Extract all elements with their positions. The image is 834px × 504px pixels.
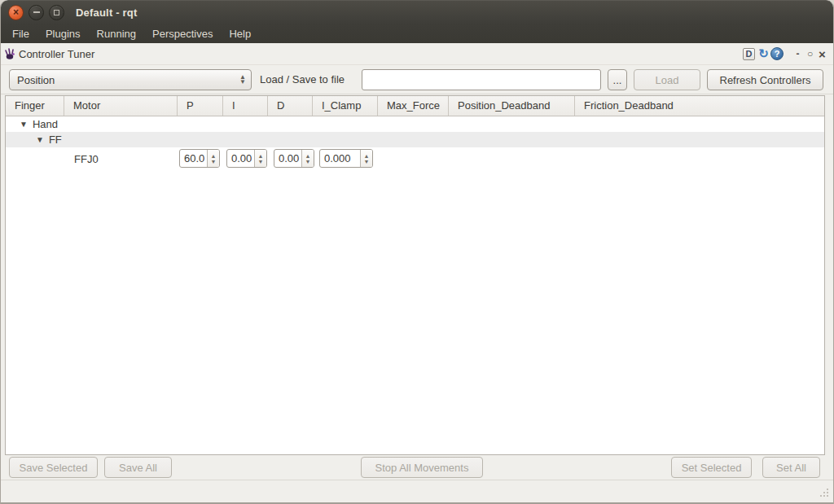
window-close-button[interactable]: ×	[8, 5, 24, 20]
reload-icon[interactable]: ↻	[757, 47, 770, 60]
i-clamp-spinbox[interactable]: 0.000 ▲ ▼	[319, 149, 373, 168]
motor-group-label: FF	[49, 134, 62, 146]
column-header-position-deadband[interactable]: Position_Deadband	[449, 96, 575, 116]
motor-name-label: FFJ0	[74, 152, 99, 164]
menu-item-help[interactable]: Help	[221, 24, 259, 44]
window-minimize-button[interactable]	[29, 5, 44, 20]
load-button[interactable]: Load	[634, 69, 700, 90]
column-header-motor[interactable]: Motor	[64, 96, 178, 116]
plugin-minimize-icon[interactable]: -	[792, 47, 804, 60]
spin-up-icon[interactable]: ▲	[211, 153, 217, 159]
spinner-arrows-icon[interactable]: ▲ ▼	[360, 150, 372, 167]
i-clamp-spinbox-value[interactable]: 0.000	[320, 150, 360, 167]
spinner-arrows-icon[interactable]: ▲ ▼	[254, 150, 266, 167]
table-body: ▼ Hand ▼ FF FFJ0 60.0 ▲ ▼	[6, 116, 824, 169]
save-selected-button[interactable]: Save Selected	[9, 457, 98, 478]
browse-button[interactable]: ...	[608, 69, 627, 90]
column-header-finger[interactable]: Finger	[6, 96, 64, 116]
menu-item-file[interactable]: File	[4, 24, 37, 44]
set-all-button[interactable]: Set All	[762, 457, 820, 478]
spin-down-icon[interactable]: ▼	[305, 159, 311, 164]
combo-arrows-icon: ▲ ▼	[239, 75, 246, 85]
window-maximize-button[interactable]	[49, 5, 64, 20]
plugin-titlebar[interactable]: Controller Tuner D ↻ ? - ○ ×	[1, 43, 833, 65]
combo-down-icon: ▼	[239, 80, 246, 85]
spin-down-icon[interactable]: ▼	[364, 159, 370, 164]
file-path-input[interactable]	[362, 69, 601, 90]
plugin-float-icon[interactable]: ○	[804, 47, 816, 60]
rqt-window: × Default - rqt File Plugins Running Per…	[0, 0, 834, 504]
column-header-i-clamp[interactable]: I_Clamp	[313, 96, 378, 116]
p-spinbox[interactable]: 60.0 ▲ ▼	[179, 149, 220, 168]
dock-icon[interactable]: D	[743, 48, 755, 60]
help-icon[interactable]: ?	[770, 47, 784, 60]
window-title: Default - rqt	[76, 7, 138, 19]
menu-item-running[interactable]: Running	[89, 24, 144, 44]
expander-icon[interactable]: ▼	[36, 136, 44, 144]
window-minimize-icon	[33, 11, 40, 13]
spin-down-icon[interactable]: ▼	[211, 159, 217, 164]
controller-tuner-panel: Controller Tuner D ↻ ? - ○ × Position ▲ …	[1, 43, 833, 504]
column-header-p[interactable]: P	[178, 96, 223, 116]
refresh-controllers-button[interactable]: Refresh Controllers	[707, 69, 823, 90]
window-maximize-icon	[54, 10, 59, 15]
save-all-button[interactable]: Save All	[104, 457, 172, 478]
spinner-arrows-icon[interactable]: ▲ ▼	[207, 150, 219, 167]
window-close-icon: ×	[13, 7, 19, 17]
status-bar	[1, 480, 833, 504]
d-spinbox-value[interactable]: 0.00	[274, 150, 301, 167]
p-spinbox-value[interactable]: 60.0	[180, 150, 207, 167]
plugin-close-icon[interactable]: ×	[816, 47, 828, 60]
finger-group-label: Hand	[33, 118, 58, 130]
menu-bar: File Plugins Running Perspectives Help	[1, 24, 833, 44]
spin-up-icon[interactable]: ▲	[364, 153, 370, 159]
d-spinbox[interactable]: 0.00 ▲ ▼	[274, 149, 314, 168]
column-header-d[interactable]: D	[268, 96, 313, 116]
controllers-table: Finger Motor P I D I_Clamp Max_Force Pos…	[5, 95, 825, 455]
menu-item-perspectives[interactable]: Perspectives	[144, 24, 221, 44]
spin-up-icon[interactable]: ▲	[258, 153, 264, 159]
spinner-arrows-icon[interactable]: ▲ ▼	[301, 150, 314, 167]
stop-all-movements-button[interactable]: Stop All Movements	[361, 457, 483, 478]
i-spinbox-value[interactable]: 0.00	[227, 150, 254, 167]
menu-item-plugins[interactable]: Plugins	[37, 24, 89, 44]
column-header-i[interactable]: I	[223, 96, 268, 116]
controller-tuner-plugin-icon	[3, 47, 16, 60]
spin-up-icon[interactable]: ▲	[305, 153, 311, 159]
i-spinbox[interactable]: 0.00 ▲ ▼	[226, 149, 267, 168]
expander-icon[interactable]: ▼	[20, 121, 28, 129]
load-save-label: Load / Save to file	[260, 69, 345, 90]
controller-type-value: Position	[17, 74, 239, 86]
window-titlebar[interactable]: × Default - rqt	[1, 1, 833, 24]
tree-row-ff[interactable]: ▼ FF	[6, 132, 824, 147]
motor-row-ffj0[interactable]: FFJ0 60.0 ▲ ▼ 0.00 ▲ ▼	[6, 147, 824, 169]
spin-down-icon[interactable]: ▼	[258, 159, 264, 164]
table-header-row: Finger Motor P I D I_Clamp Max_Force Pos…	[6, 96, 824, 116]
column-header-max-force[interactable]: Max_Force	[378, 96, 449, 116]
controller-type-select[interactable]: Position ▲ ▼	[9, 69, 252, 90]
column-header-friction-deadband[interactable]: Friction_Deadband	[575, 96, 824, 116]
set-selected-button[interactable]: Set Selected	[671, 457, 752, 478]
window-top-bar: × Default - rqt File Plugins Running Per…	[1, 0, 833, 43]
tree-row-hand[interactable]: ▼ Hand	[6, 116, 824, 132]
toolbar: Position ▲ ▼ Load / Save to file ... Loa…	[1, 65, 833, 94]
plugin-title: Controller Tuner	[19, 48, 94, 60]
plugin-controls: D ↻ ? - ○ ×	[743, 47, 828, 60]
resize-grip-icon[interactable]	[819, 488, 829, 498]
